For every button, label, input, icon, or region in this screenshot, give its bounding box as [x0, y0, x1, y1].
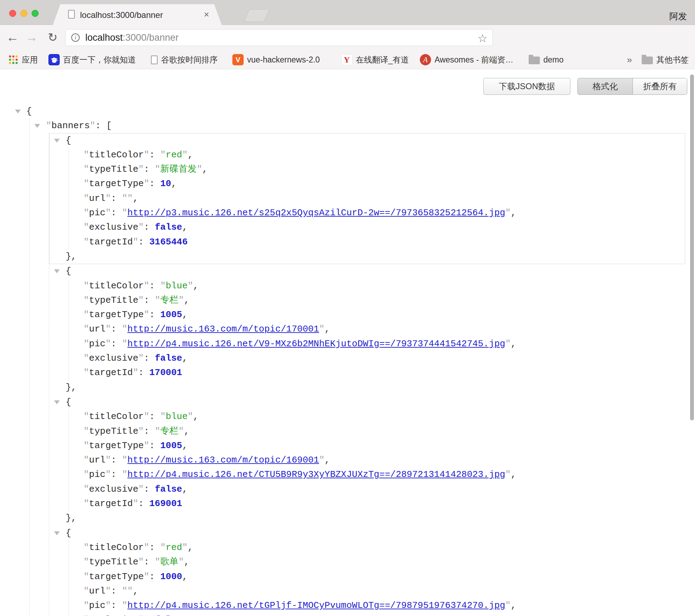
baidu-paw-icon — [48, 54, 60, 65]
json-token: " — [84, 615, 89, 616]
url-path: :3000/banner — [123, 32, 179, 43]
json-link-value[interactable]: http://p4.music.126.net/CTU5B9R9y3XyYBZX… — [127, 469, 505, 480]
json-token: " — [160, 281, 166, 291]
json-token: : — [111, 339, 122, 349]
bookmark-folder-demo[interactable]: demo — [529, 53, 564, 66]
download-json-button[interactable]: 下载JSON数据 — [483, 78, 570, 95]
profile-name[interactable]: 阿发 — [669, 11, 687, 22]
json-token: " — [144, 178, 150, 189]
json-field-line: "titleColor": "blue", — [69, 409, 685, 424]
json-token: : — [149, 178, 160, 189]
folder-icon — [642, 57, 653, 64]
info-icon[interactable]: i — [71, 33, 80, 42]
reload-icon[interactable]: ↻ — [45, 31, 60, 44]
json-token: " — [84, 178, 89, 189]
tab-title: localhost:3000/banner — [80, 10, 163, 20]
folder-icon — [529, 57, 540, 64]
json-key: titleColor — [89, 542, 144, 553]
json-token: : — [144, 484, 155, 494]
json-token: " — [84, 208, 89, 218]
json-token: " — [122, 193, 127, 204]
json-token: : — [138, 367, 149, 378]
browser-tab[interactable]: localhost:3000/banner × — [53, 4, 222, 25]
json-link-value[interactable]: http://music.163.com/m/topic/170001 — [127, 324, 319, 334]
other-bookmarks-folder[interactable]: 其他书签 — [642, 53, 689, 66]
bookmark-awesomes[interactable]: A Awesomes - 前端资… — [420, 53, 514, 66]
json-field-line: "targetId": 170001 — [69, 366, 685, 380]
json-token: : — [144, 557, 155, 567]
collapse-all-button[interactable]: 折叠所有 — [633, 78, 687, 94]
json-string-value: red — [166, 150, 182, 160]
json-object-open-line: { — [49, 526, 685, 540]
json-token: : — [95, 120, 106, 131]
format-collapse-button-group: 格式化 折叠所有 — [577, 78, 687, 95]
json-token: " — [105, 586, 111, 596]
bookmark-baidu[interactable]: 百度一下，你就知道 — [48, 53, 136, 66]
format-button[interactable]: 格式化 — [578, 78, 633, 94]
minimize-window-button[interactable] — [20, 10, 27, 17]
json-field-line: "pic": "http://p3.music.126.net/s25q2x5Q… — [69, 206, 685, 220]
json-number-value: 10 — [160, 178, 171, 189]
collapse-toggle-icon[interactable] — [54, 269, 60, 273]
forward-icon: → — [24, 30, 39, 45]
collapse-toggle-icon[interactable] — [54, 531, 60, 535]
json-number-value: 3165446 — [149, 237, 187, 247]
json-key: url — [89, 586, 106, 596]
bookmark-star-icon[interactable]: ☆ — [477, 32, 488, 45]
bookmark-label: 谷歌按时间排序 — [161, 54, 218, 65]
json-number-value: 1000 — [160, 571, 182, 582]
json-token: : — [111, 586, 122, 596]
bookmark-vue-hackernews[interactable]: V vue-hackernews-2.0 — [232, 53, 320, 66]
json-token: " — [505, 208, 511, 218]
json-token: , — [325, 324, 330, 334]
json-token: , — [171, 178, 177, 189]
json-token: , — [133, 193, 138, 204]
json-token: " — [105, 469, 111, 480]
json-token: " — [160, 150, 166, 160]
json-string-value: 专栏 — [160, 426, 178, 437]
json-number-value: 1005 — [160, 309, 182, 320]
collapse-toggle-icon[interactable] — [54, 139, 60, 143]
json-token: " — [144, 440, 150, 451]
json-link-value[interactable]: http://music.163.com/m/topic/169001 — [127, 455, 319, 465]
bookmark-label: 在线翻译_有道 — [356, 54, 409, 65]
json-link-value[interactable]: http://p4.music.126.net/tGPljf-IMOCyPvum… — [127, 600, 505, 611]
json-token: : — [111, 193, 122, 204]
json-key: pic — [89, 208, 106, 218]
close-tab-icon[interactable]: × — [204, 9, 209, 20]
json-token: , — [511, 339, 516, 349]
bookmark-apps[interactable]: 应用 — [8, 53, 38, 66]
address-bar[interactable]: i localhost:3000/banner ☆ — [65, 29, 493, 46]
json-token: " — [182, 542, 188, 553]
json-link-value[interactable]: http://p4.music.126.net/V9-MXz6b2MNhEKju… — [127, 339, 505, 349]
json-token: " — [84, 353, 89, 363]
json-token: , — [182, 309, 188, 320]
json-token: : — [144, 222, 155, 232]
json-field-line: "typeTitle": "专栏", — [69, 293, 685, 308]
bookmarks-overflow-chevron[interactable]: » — [627, 53, 632, 66]
json-token: , — [184, 295, 190, 306]
bookmark-youdao-translate[interactable]: Y 在线翻译_有道 — [341, 53, 409, 66]
maximize-window-button[interactable] — [32, 10, 39, 17]
bookmark-google-sort[interactable]: 谷歌按时间排序 — [151, 53, 218, 66]
json-object-close-line: }, — [49, 380, 685, 395]
json-token: " — [84, 150, 89, 160]
json-field-line: "url": "", — [69, 584, 685, 598]
collapse-toggle-icon[interactable] — [34, 124, 40, 128]
back-icon[interactable]: ← — [5, 30, 20, 45]
json-string-value: blue — [166, 281, 187, 291]
collapse-toggle-icon[interactable] — [15, 110, 21, 113]
new-tab-button[interactable] — [243, 9, 270, 22]
close-window-button[interactable] — [9, 10, 16, 17]
json-link-value[interactable]: http://p3.music.126.net/s25q2x5QyqsAzilC… — [127, 208, 505, 218]
json-key: targetType — [89, 571, 144, 582]
json-token: " — [84, 281, 89, 291]
vertical-scrollbar[interactable] — [690, 74, 694, 420]
json-token: " — [122, 324, 127, 334]
json-token: : — [149, 309, 160, 320]
json-token: , — [188, 542, 193, 553]
collapse-toggle-icon[interactable] — [54, 400, 60, 404]
json-token: : — [111, 600, 122, 611]
vue-icon: V — [232, 54, 244, 65]
json-key: targetType — [89, 440, 144, 451]
